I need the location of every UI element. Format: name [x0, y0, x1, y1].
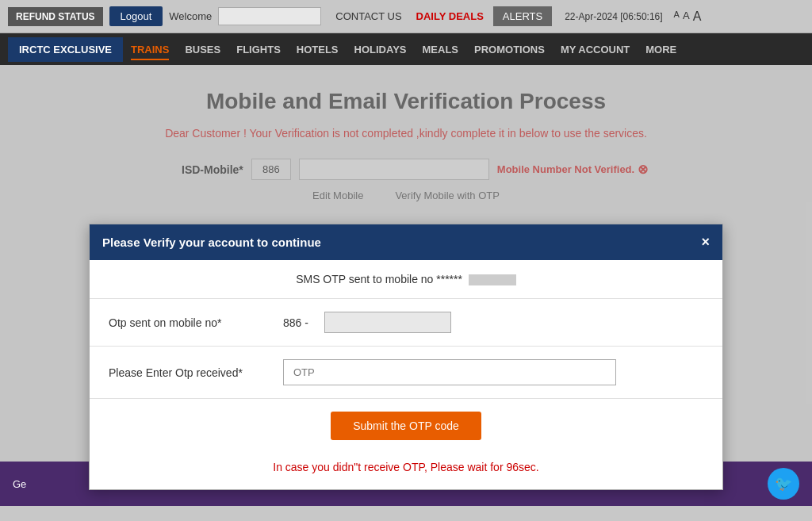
- otp-mobile-row: Otp sent on mobile no* 886 -: [109, 312, 703, 333]
- welcome-label: Welcome: [169, 10, 212, 22]
- font-size-small[interactable]: A: [674, 10, 680, 24]
- nav-item-trains[interactable]: TRAINS: [131, 43, 169, 56]
- submit-otp-button[interactable]: Submit the OTP code: [331, 412, 481, 440]
- sms-otp-section: SMS OTP sent to mobile no ******: [90, 260, 722, 299]
- footer-get-text: Ge: [13, 478, 26, 490]
- otp-entry-row: Please Enter Otp received*: [109, 359, 703, 385]
- otp-mobile-label: Otp sent on mobile no*: [109, 316, 267, 329]
- nav-links: TRAINS BUSES FLIGHTS HOTELS HOLIDAYS MEA…: [131, 43, 676, 56]
- nav-item-holidays[interactable]: HOLIDAYS: [354, 43, 407, 56]
- twitter-icon: 🐦: [775, 475, 792, 492]
- nav-item-meals[interactable]: MEALS: [423, 43, 459, 56]
- verify-account-modal: Please Verify your account to continue ×…: [89, 224, 723, 490]
- nav-item-promotions[interactable]: PROMOTIONS: [474, 43, 545, 56]
- sms-otp-text: SMS OTP sent to mobile no ******: [109, 273, 703, 285]
- otp-entry-section: Please Enter Otp received*: [90, 347, 722, 399]
- modal-header: Please Verify your account to continue ×: [90, 224, 722, 260]
- isd-prefix-display: 886 -: [283, 316, 308, 329]
- masked-number: [469, 274, 516, 285]
- top-bar: REFUND STATUS Logout Welcome CONTACT US …: [0, 0, 812, 33]
- daily-deals-link[interactable]: DAILY DEALS: [416, 10, 484, 22]
- logout-button[interactable]: Logout: [109, 6, 163, 26]
- nav-item-my-account[interactable]: MY ACCOUNT: [561, 43, 630, 56]
- otp-entry-input[interactable]: [283, 359, 616, 385]
- refund-status-button[interactable]: REFUND STATUS: [8, 7, 103, 26]
- datetime-display: 22-Apr-2024 [06:50:16]: [565, 11, 662, 22]
- font-size-large[interactable]: A: [693, 10, 702, 24]
- nav-bar: IRCTC EXCLUSIVE TRAINS BUSES FLIGHTS HOT…: [0, 33, 812, 65]
- resend-otp-text: In case you didn"t receive OTP, Please w…: [90, 453, 722, 489]
- nav-item-buses[interactable]: BUSES: [185, 43, 220, 56]
- font-size-controls: A A A: [674, 10, 702, 24]
- otp-mobile-input[interactable]: [324, 312, 451, 333]
- otp-entry-label: Please Enter Otp received*: [109, 366, 267, 379]
- irctc-exclusive-button[interactable]: IRCTC EXCLUSIVE: [8, 37, 123, 62]
- contact-us-link[interactable]: CONTACT US: [335, 10, 401, 22]
- twitter-button[interactable]: 🐦: [768, 468, 799, 500]
- nav-item-more[interactable]: MORE: [645, 43, 676, 56]
- welcome-name-input[interactable]: [218, 7, 321, 25]
- nav-item-hotels[interactable]: HOTELS: [297, 43, 339, 56]
- otp-mobile-section: Otp sent on mobile no* 886 -: [90, 299, 722, 347]
- modal-close-button[interactable]: ×: [701, 234, 710, 251]
- main-content: Mobile and Email Verification Process De…: [0, 65, 812, 462]
- modal-body: SMS OTP sent to mobile no ****** Otp sen…: [90, 260, 722, 489]
- nav-item-flights[interactable]: FLIGHTS: [236, 43, 281, 56]
- alerts-button[interactable]: ALERTS: [493, 6, 552, 26]
- font-size-medium[interactable]: A: [683, 10, 690, 24]
- modal-title: Please Verify your account to continue: [102, 236, 321, 249]
